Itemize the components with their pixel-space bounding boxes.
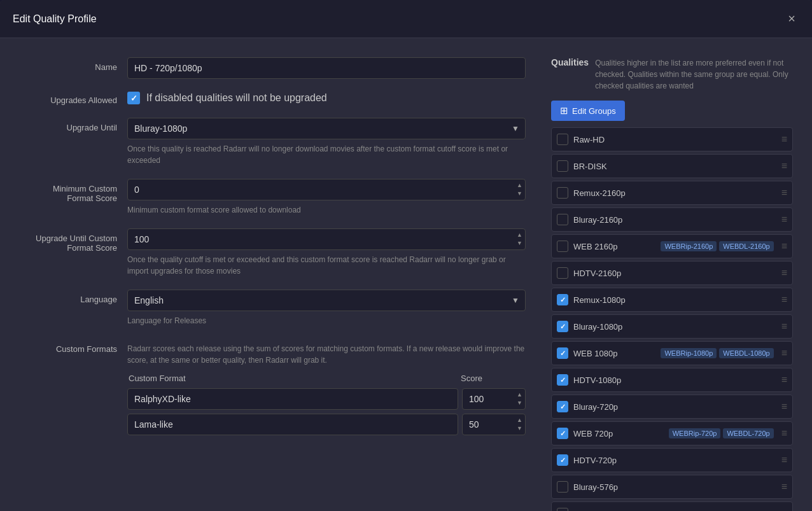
custom-formats-control-wrap: Radarr scores each release using the sum… — [127, 339, 526, 439]
quality-name-2: Remux-2160p — [573, 188, 769, 198]
quality-tag: WEBRip-720p — [669, 428, 721, 438]
quality-name-12: HDTV-720p — [573, 456, 769, 465]
upgrade-until-custom-input[interactable] — [127, 228, 526, 250]
quality-checkbox-14[interactable] — [557, 508, 568, 511]
language-select[interactable]: English French German Spanish — [127, 290, 526, 311]
edit-groups-label: Edit Groups — [572, 106, 616, 116]
edit-groups-button[interactable]: ⊞ Edit Groups — [551, 101, 625, 121]
cf-score-spinner-0: ▲ ▼ — [515, 391, 524, 407]
upgrade-until-select[interactable]: Bluray-1080p Bluray-720p WEB 1080p HDTV-… — [127, 118, 526, 139]
quality-checkbox-3[interactable] — [557, 214, 568, 225]
upgrade-until-custom-down-button[interactable]: ▼ — [515, 239, 524, 248]
quality-drag-handle-1[interactable]: ≡ — [781, 160, 787, 172]
quality-tags-8: WEBRip-1080pWEBDL-1080p — [661, 348, 773, 358]
custom-format-rows: ▲ ▼ ▲ ▼ — [127, 388, 526, 435]
edit-quality-profile-modal: Edit Quality Profile × Name Upgrades All… — [0, 0, 812, 511]
quality-checkbox-7[interactable] — [557, 321, 568, 332]
quality-checkbox-5[interactable] — [557, 267, 568, 279]
list-item: Remux-1080p ≡ — [551, 288, 793, 312]
quality-tags-4: WEBRip-2160pWEBDL-2160p — [661, 241, 773, 251]
upgrade-until-custom-up-button[interactable]: ▲ — [515, 231, 524, 239]
quality-checkbox-2[interactable] — [557, 187, 568, 199]
quality-name-4: WEB 2160p — [573, 242, 655, 251]
quality-name-11: WEB 720p — [573, 429, 664, 438]
quality-checkbox-10[interactable] — [557, 401, 568, 412]
list-item: Bluray-720p ≡ — [551, 395, 793, 419]
quality-name-7: Bluray-1080p — [573, 322, 769, 332]
language-control-wrap: English French German Spanish ▼ Language… — [127, 290, 526, 326]
quality-name-8: WEB 1080p — [573, 349, 655, 358]
quality-name-5: HDTV-2160p — [573, 269, 769, 278]
modal-title: Edit Quality Profile — [13, 13, 97, 25]
name-label: Name — [19, 57, 127, 72]
cf-score-up-0[interactable]: ▲ — [515, 391, 524, 399]
quality-drag-handle-6[interactable]: ≡ — [781, 294, 787, 305]
name-input[interactable] — [127, 57, 526, 79]
list-item: HDTV-1080p ≡ — [551, 368, 793, 392]
edit-groups-icon: ⊞ — [560, 105, 568, 116]
language-select-wrap: English French German Spanish ▼ — [127, 290, 526, 311]
quality-checkbox-6[interactable] — [557, 294, 568, 305]
quality-checkbox-4[interactable] — [557, 241, 568, 252]
quality-drag-handle-8[interactable]: ≡ — [781, 347, 787, 359]
quality-tag: WEBRip-2160p — [661, 241, 717, 251]
quality-name-10: Bluray-720p — [573, 402, 769, 412]
upgrade-until-custom-control-wrap: ▲ ▼ Once the quality cutoff is met or ex… — [127, 228, 526, 277]
quality-drag-handle-5[interactable]: ≡ — [781, 267, 787, 279]
upgrade-until-hint: Once this quality is reached Radarr will… — [127, 143, 526, 166]
quality-checkbox-12[interactable] — [557, 454, 568, 466]
quality-drag-handle-11[interactable]: ≡ — [781, 428, 787, 439]
min-custom-format-input-wrap: ▲ ▼ — [127, 179, 526, 200]
quality-tag: WEBDL-1080p — [719, 348, 773, 358]
quality-tags-11: WEBRip-720pWEBDL-720p — [669, 428, 774, 438]
cf-score-down-0[interactable]: ▼ — [515, 399, 524, 407]
upgrade-until-custom-label: Upgrade Until CustomFormat Score — [19, 228, 127, 253]
quality-drag-handle-12[interactable]: ≡ — [781, 454, 787, 466]
quality-drag-handle-7[interactable]: ≡ — [781, 321, 787, 332]
upgrades-allowed-control: ✓ If disabled qualities will not be upgr… — [127, 92, 526, 104]
quality-drag-handle-9[interactable]: ≡ — [781, 374, 787, 386]
quality-drag-handle-2[interactable]: ≡ — [781, 187, 787, 199]
quality-drag-handle-10[interactable]: ≡ — [781, 401, 787, 412]
quality-drag-handle-13[interactable]: ≡ — [781, 481, 787, 493]
quality-checkbox-1[interactable] — [557, 160, 568, 172]
quality-tag: WEBDL-720p — [723, 428, 773, 438]
qualities-title: Qualities — [551, 57, 589, 67]
qualities-header: Qualities Qualities higher in the list a… — [551, 57, 793, 92]
custom-format-header: Custom Format Score — [127, 374, 526, 383]
qualities-list: Raw-HD ≡ BR-DISK ≡ Remux-2160p ≡ Bluray-… — [551, 127, 793, 511]
upgrades-allowed-checkbox[interactable]: ✓ — [127, 92, 140, 104]
close-button[interactable]: × — [784, 10, 799, 27]
quality-drag-handle-3[interactable]: ≡ — [781, 214, 787, 225]
quality-drag-handle-14[interactable]: ≡ — [781, 508, 787, 511]
quality-checkbox-0[interactable] — [557, 134, 568, 145]
custom-formats-label: Custom Formats — [19, 339, 127, 354]
cf-name-input-1[interactable] — [127, 414, 458, 435]
upgrade-until-control-wrap: Bluray-1080p Bluray-720p WEB 1080p HDTV-… — [127, 118, 526, 166]
min-custom-format-down-button[interactable]: ▼ — [515, 190, 524, 198]
min-custom-format-input[interactable] — [127, 179, 526, 200]
language-label: Language — [19, 290, 127, 304]
quality-drag-handle-4[interactable]: ≡ — [781, 241, 787, 252]
list-item: WEB 720p WEBRip-720pWEBDL-720p ≡ — [551, 421, 793, 445]
quality-name-0: Raw-HD — [573, 135, 769, 144]
list-item: Remux-2160p ≡ — [551, 181, 793, 205]
upgrade-until-row: Upgrade Until Bluray-1080p Bluray-720p W… — [19, 118, 526, 166]
list-item: WEB 1080p WEBRip-1080pWEBDL-1080p ≡ — [551, 341, 793, 365]
list-item: Bluray-480p ≡ — [551, 501, 793, 511]
quality-drag-handle-0[interactable]: ≡ — [781, 134, 787, 145]
upgrade-until-custom-spinner: ▲ ▼ — [515, 231, 524, 248]
min-custom-format-spinner: ▲ ▼ — [515, 181, 524, 198]
quality-checkbox-11[interactable] — [557, 428, 568, 439]
quality-checkbox-8[interactable] — [557, 347, 568, 359]
quality-checkbox-13[interactable] — [557, 481, 568, 493]
cf-score-up-1[interactable]: ▲ — [515, 416, 524, 424]
list-item: ▲ ▼ — [127, 388, 526, 410]
cf-score-down-1[interactable]: ▼ — [515, 424, 524, 433]
min-custom-format-up-button[interactable]: ▲ — [515, 181, 524, 190]
list-item: Bluray-1080p ≡ — [551, 314, 793, 339]
upgrade-until-custom-row: Upgrade Until CustomFormat Score ▲ ▼ Onc… — [19, 228, 526, 277]
list-item: Raw-HD ≡ — [551, 127, 793, 151]
quality-checkbox-9[interactable] — [557, 374, 568, 386]
cf-name-input-0[interactable] — [127, 388, 458, 410]
